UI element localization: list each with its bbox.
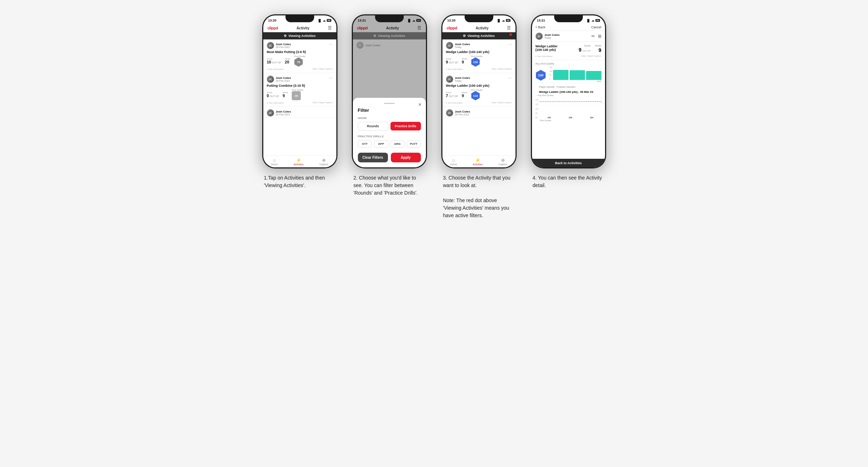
viewing-bar-1[interactable]: ⚙ Viewing Activities: [263, 32, 336, 39]
status-icons-4: ▐▌ ☁ 44: [586, 19, 600, 22]
phone-col-4: 13:21 ▐▌ ☁ 44 < Back Cancel JC: [529, 14, 608, 189]
dots-3-2[interactable]: ···: [508, 76, 512, 80]
activity-card-1-2[interactable]: JC Josh Coles 28 Feb 2023 ··· Putting Co…: [263, 73, 336, 107]
dots-1-1[interactable]: ···: [329, 42, 332, 46]
putt-btn[interactable]: PUTT: [407, 140, 421, 148]
user-date-3-1: Today: [455, 46, 470, 48]
user-name-1-2: Josh Coles: [276, 76, 291, 80]
back-to-activities-btn[interactable]: Back to Activities: [532, 159, 605, 167]
nav-activities-1[interactable]: ⚡ Activities: [294, 158, 304, 166]
notch-2: [375, 14, 404, 22]
status-icons-1: ▐▌ ☁ 44: [317, 19, 331, 22]
nav-title-1: Activity: [297, 26, 310, 30]
dots-3-1[interactable]: ···: [508, 42, 512, 46]
desc-1: 1.Tap on Activities and then 'Viewing Ac…: [264, 174, 336, 189]
viewing-label-3: Viewing Activities: [467, 34, 495, 38]
dots-1-2[interactable]: ···: [329, 76, 332, 80]
user-name-3-1: Josh Coles: [455, 43, 470, 46]
phone-3-inner: 13:20 ▐▌ ☁ 44 clippd Activity ☰ ⚙ View: [442, 15, 515, 167]
phone-col-3: 13:20 ▐▌ ☁ 44 clippd Activity ☰ ⚙ View: [440, 14, 518, 219]
bar-app: [553, 70, 569, 80]
activity-card-3-2[interactable]: JC Josh Coles Today ··· Wedge Ladder (10…: [442, 73, 515, 107]
phone-4: 13:21 ▐▌ ☁ 44 < Back Cancel JC: [531, 14, 606, 168]
drill-group: OTT APP ARG PUTT: [358, 140, 421, 148]
avatar-3-2: JC: [446, 76, 453, 83]
apply-btn[interactable]: Apply: [391, 153, 421, 162]
avatar-1-2: JC: [267, 76, 274, 83]
logo-3: clippd: [447, 26, 457, 30]
viewing-bar-3[interactable]: ⚙ Viewing Activities: [442, 32, 515, 39]
user-name-3-2: Josh Coles: [455, 76, 470, 80]
activity-card-3-3[interactable]: JC Josh Coles 28 Feb 2023: [442, 107, 515, 118]
nav-activities-3[interactable]: ⚡ Activities: [473, 158, 483, 166]
nav-title-3: Activity: [476, 26, 489, 30]
hamburger-3[interactable]: ☰: [507, 25, 511, 30]
arg-btn[interactable]: ARG: [390, 140, 405, 148]
rounds-btn[interactable]: Rounds: [358, 122, 388, 130]
session-label: Player Activity · Practice Session: [536, 84, 601, 90]
avg-quality-label: Avg Shot Quality: [536, 62, 601, 65]
notch-1: [286, 14, 314, 22]
quality-badge-3-1: 130: [471, 57, 480, 67]
app-btn[interactable]: APP: [374, 140, 388, 148]
user-date-3-2: Today: [455, 80, 470, 82]
avatar-3-1: JC: [446, 42, 453, 49]
nav-capture-3[interactable]: ⊕ Capture: [498, 158, 507, 166]
detail-user-date: Today: [545, 37, 560, 39]
phone-4-inner: 13:21 ▐▌ ☁ 44 < Back Cancel JC: [532, 15, 605, 167]
detail-user-name: Josh Coles: [545, 33, 560, 37]
nav-home-1[interactable]: ⌂ Home: [271, 158, 278, 166]
drills-label: Practice Drills: [358, 135, 421, 138]
card-title-1-2: Putting Combine (3-15 ft): [267, 84, 333, 87]
viewing-label-1: Viewing Activities: [288, 34, 316, 38]
status-time-4: 13:21: [537, 19, 545, 22]
clear-filters-btn[interactable]: Clear Filters: [358, 153, 388, 162]
score-val-1-1: 10: [267, 60, 271, 64]
quality-badge-1-2: 45: [292, 91, 301, 100]
notch-4: [554, 14, 583, 22]
phone-col-1: 13:20 ▐▌ ☁ 44 clippd Activity ☰ ⚙ View: [260, 14, 339, 189]
phone-3: 13:20 ▐▌ ☁ 44 clippd Activity ☰ ⚙ View: [441, 14, 517, 168]
ott-btn[interactable]: OTT: [358, 140, 372, 148]
status-time-1: 13:20: [268, 19, 277, 22]
edit-icon[interactable]: ✏: [591, 34, 595, 39]
detail-header: < Back Cancel: [532, 24, 605, 31]
card-title-3-2: Wedge Ladder (100-140 yds): [446, 84, 512, 87]
hamburger-1[interactable]: ☰: [328, 25, 332, 30]
activity-card-1-3[interactable]: JC Josh Coles 28 Feb 2023: [263, 107, 336, 118]
activity-card-1-1[interactable]: JC Josh Coles 28 Feb 2023 ··· Must Make …: [263, 39, 336, 73]
app-nav-3: clippd Activity ☰: [442, 24, 515, 32]
back-btn[interactable]: < Back: [536, 25, 546, 29]
user-date-1-2: 28 Feb 2023: [276, 80, 291, 82]
detail-card: Wedge Ladder(100-140 yds) Score 9 OUT OF: [532, 42, 605, 60]
toggle-group: Rounds Practice Drills: [358, 122, 421, 130]
phones-row: 13:20 ▐▌ ☁ 44 clippd Activity ☰ ⚙ View: [260, 14, 608, 219]
cancel-btn[interactable]: Cancel: [591, 25, 601, 29]
desc-4: 4. You can then see the Activity detail.: [533, 174, 604, 189]
practice-drills-btn[interactable]: Practice Drills: [390, 122, 421, 130]
desc-3: 3. Choose the Activity that you want to …: [443, 174, 515, 219]
red-dot-3: [509, 33, 512, 36]
filter-close[interactable]: ✕: [418, 102, 422, 107]
nav-capture-1[interactable]: ⊕ Capture: [319, 158, 328, 166]
chart-x-label: Shot Quality: [536, 119, 601, 121]
user-name-1-1: Josh Coles: [276, 43, 291, 46]
quality-badge-3-2: 118: [471, 91, 480, 100]
detail-shots: 9: [599, 47, 601, 53]
avatar-4: JC: [536, 33, 543, 40]
detail-title: Wedge Ladder(100-140 yds): [536, 44, 558, 52]
activity-card-3-1[interactable]: JC Josh Coles Today ··· Wedge Ladder (10…: [442, 39, 515, 73]
expand-icon[interactable]: ⊞: [598, 34, 601, 39]
filter-title: Filter: [358, 108, 421, 113]
nav-home-3[interactable]: ⌂ Home: [450, 158, 457, 166]
detail-score: 9: [579, 47, 581, 53]
filter-actions: Clear Filters Apply: [358, 153, 421, 162]
quality-badge-1-1: 75: [294, 57, 303, 67]
drag-bar: [384, 103, 395, 104]
filter-sheet: ✕ Filter Show Rounds Practice Drills Pra…: [353, 98, 426, 167]
status-time-3: 13:20: [447, 19, 456, 22]
user-date-1-1: 28 Feb 2023: [276, 46, 291, 48]
avg-quality-section: Avg Shot Quality 130 130 100 50 0: [532, 60, 605, 83]
card-title-1-1: Must Make Putting (3-6 ft): [267, 50, 333, 54]
phone-1-inner: 13:20 ▐▌ ☁ 44 clippd Activity ☰ ⚙ View: [263, 15, 336, 167]
